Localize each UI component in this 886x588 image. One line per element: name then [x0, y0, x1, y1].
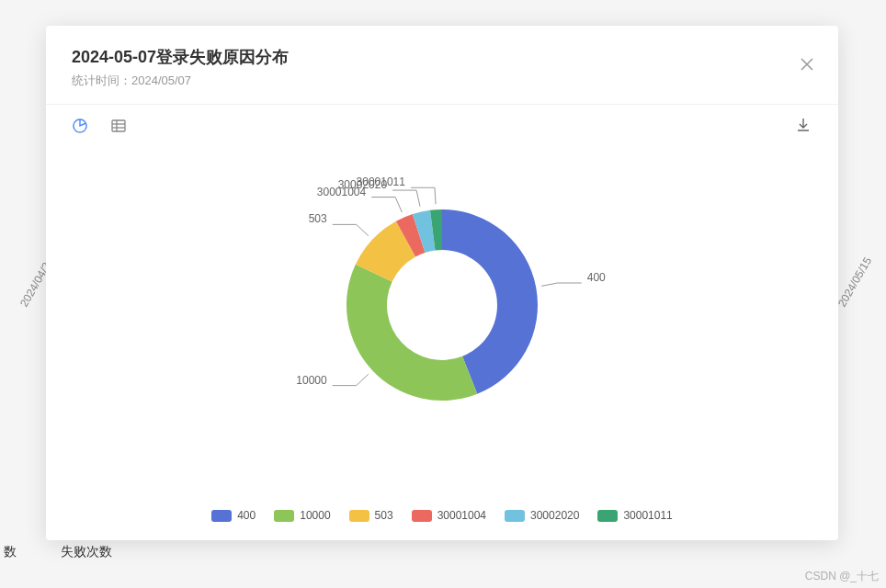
- download-button[interactable]: [796, 118, 812, 134]
- leader-line: [392, 190, 420, 207]
- leader-line: [333, 374, 369, 385]
- subtitle-date: 2024/05/07: [131, 74, 191, 87]
- legend-label: 30002020: [530, 509, 579, 522]
- leader-line: [371, 197, 402, 212]
- legend-item[interactable]: 30002020: [505, 509, 579, 522]
- legend-swatch: [211, 510, 232, 522]
- download-icon: [796, 118, 811, 132]
- chart-modal: 2024-05-07登录失败原因分布 统计时间：2024/05/07 40010…: [46, 26, 838, 540]
- legend-item[interactable]: 10000: [274, 509, 330, 522]
- legend-item[interactable]: 503: [349, 509, 393, 522]
- pie-chart-icon: [73, 119, 87, 133]
- legend-item[interactable]: 30001004: [412, 509, 486, 522]
- bg-bottom-label-1: 数: [4, 544, 17, 560]
- bg-axis-date-right: 2024/05/15: [835, 254, 874, 309]
- legend-item[interactable]: 30001011: [597, 509, 672, 522]
- chart-area: 40010000503300010043000202030001011: [46, 140, 838, 498]
- legend-swatch: [597, 510, 618, 522]
- modal-subtitle: 统计时间：2024/05/07: [72, 73, 812, 89]
- subtitle-prefix: 统计时间：: [72, 74, 131, 87]
- legend-label: 30001004: [437, 509, 486, 522]
- legend-label: 10000: [300, 509, 330, 522]
- legend-item[interactable]: 400: [211, 509, 256, 522]
- donut-chart: [258, 158, 626, 452]
- leader-line: [333, 224, 369, 235]
- watermark-text: CSDN @_十七: [805, 569, 879, 584]
- table-view-button[interactable]: [110, 118, 127, 134]
- legend-swatch: [349, 510, 369, 522]
- pie-view-button[interactable]: [72, 118, 88, 134]
- close-icon: [801, 58, 813, 71]
- donut-slice[interactable]: [346, 264, 477, 400]
- legend-label: 30001011: [623, 509, 672, 522]
- legend: 40010000503300010043000202030001011: [46, 498, 838, 540]
- toolbar: [46, 105, 838, 140]
- svg-rect-0: [112, 120, 125, 131]
- legend-swatch: [274, 510, 294, 522]
- legend-label: 503: [375, 509, 393, 522]
- table-icon: [111, 119, 126, 133]
- modal-title: 2024-05-07登录失败原因分布: [72, 46, 812, 69]
- legend-label: 400: [237, 509, 256, 522]
- legend-swatch: [505, 510, 525, 522]
- legend-swatch: [412, 510, 432, 522]
- close-button[interactable]: [798, 55, 816, 74]
- bg-bottom-label-2: 失败次数: [61, 544, 112, 560]
- modal-header: 2024-05-07登录失败原因分布 统计时间：2024/05/07: [46, 26, 838, 105]
- leader-line: [541, 283, 582, 286]
